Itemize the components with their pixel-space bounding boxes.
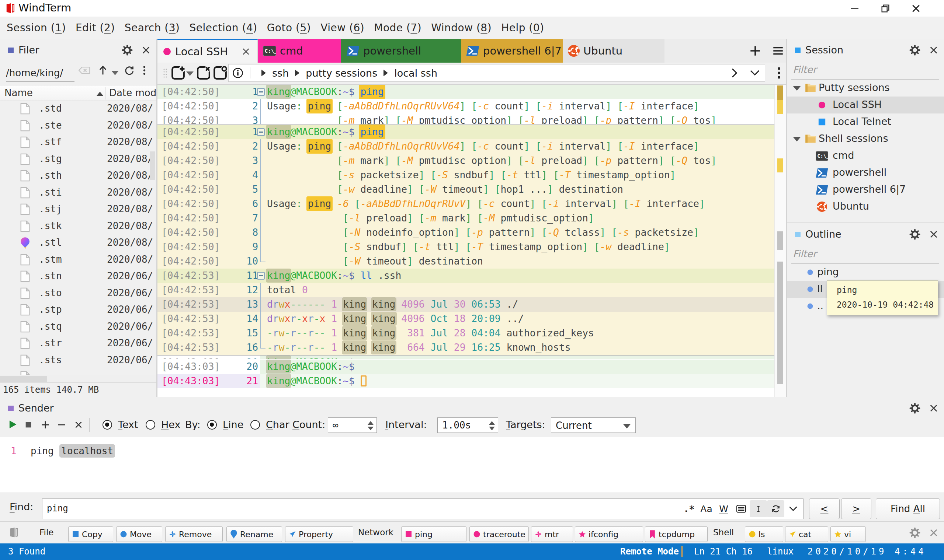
- file-row-.sth[interactable]: .sth2020/08/: [0, 168, 156, 185]
- file-row-.stk[interactable]: .stk2020/08/: [0, 218, 156, 235]
- new-session-dropdown-icon[interactable]: [186, 70, 194, 77]
- sender-settings-icon[interactable]: [909, 403, 921, 414]
- filer-path-input[interactable]: /home/king/: [6, 66, 74, 82]
- outline-settings-icon[interactable]: [909, 229, 921, 240]
- menu-session[interactable]: Session (1): [0, 22, 71, 34]
- sender-stop-button[interactable]: [24, 421, 32, 429]
- radio-text-circle[interactable]: [102, 420, 112, 429]
- terminal-pane-separator[interactable]: [157, 124, 774, 125]
- outline-filter-input[interactable]: Filter: [793, 248, 816, 259]
- close-session-button[interactable]: [197, 66, 211, 80]
- session-item-local-ssh[interactable]: Local SSH: [787, 97, 944, 114]
- tab-close-icon[interactable]: [241, 47, 251, 56]
- quickbar-button-remove[interactable]: Remove: [165, 526, 223, 542]
- detach-session-button[interactable]: [213, 66, 227, 80]
- file-row-.stg[interactable]: .stg2020/08/: [0, 151, 156, 168]
- find-option-preserve-case-icon[interactable]: [750, 500, 767, 517]
- path-menu-icon[interactable]: [143, 65, 146, 75]
- quickbar-close-icon[interactable]: [929, 528, 939, 538]
- tab-powershell[interactable]: powershell: [341, 39, 461, 63]
- file-row-.stf[interactable]: .stf2020/08/: [0, 134, 156, 151]
- terminal-overview-ruler[interactable]: [774, 85, 786, 397]
- menu-window[interactable]: Window (8): [426, 22, 496, 34]
- find-option-whole-word-icon[interactable]: W: [715, 500, 732, 517]
- path-up-dropdown-icon[interactable]: [111, 71, 119, 75]
- quickbar-button-ping[interactable]: ping: [401, 526, 466, 542]
- spin-up-icon[interactable]: [489, 421, 495, 425]
- session-item-cmd[interactable]: C:\_cmd: [787, 148, 944, 164]
- fold-marker-icon[interactable]: [257, 88, 265, 96]
- quickbar-button-copy[interactable]: Copy: [68, 526, 113, 542]
- radio-char-circle[interactable]: [250, 420, 260, 429]
- menu-help[interactable]: Help (0): [496, 22, 549, 34]
- tab-cmd[interactable]: C:\_cmd: [258, 39, 341, 63]
- file-row-.sti[interactable]: .sti2020/08/: [0, 185, 156, 202]
- quickbar-button-traceroute[interactable]: traceroute: [469, 526, 529, 542]
- sender-count-spinner[interactable]: ∞: [328, 417, 377, 433]
- spinner-arrows-icon[interactable]: [368, 418, 373, 433]
- mode-label-hex[interactable]: Hex: [161, 419, 180, 430]
- find-option-cyclic-icon[interactable]: [767, 500, 784, 517]
- quickbar-button-ls[interactable]: ls: [745, 526, 783, 542]
- tab-list-icon[interactable]: [772, 45, 784, 57]
- by-label-line[interactable]: Line: [223, 419, 244, 430]
- session-item-powershell[interactable]: powershell: [787, 164, 944, 181]
- info-icon[interactable]: [232, 68, 244, 78]
- new-tab-icon[interactable]: [749, 45, 762, 57]
- session-settings-icon[interactable]: [909, 45, 921, 55]
- filer-settings-icon[interactable]: [122, 45, 133, 55]
- menu-edit[interactable]: Edit (2): [71, 22, 120, 34]
- file-row-.stn[interactable]: .stn2020/06/: [0, 269, 156, 286]
- path-clear-icon[interactable]: [78, 66, 91, 74]
- find-next-button[interactable]: >: [841, 498, 872, 519]
- close-button[interactable]: [904, 0, 928, 17]
- menu-goto[interactable]: Goto (5): [262, 22, 316, 34]
- radio-line-circle[interactable]: [207, 420, 217, 429]
- terminal-view[interactable]: [04:42:50]1king@MACBOOK:~$ ping[04:42:50…: [157, 85, 786, 397]
- find-all-button[interactable]: Find All: [876, 498, 940, 519]
- session-item-putty-sessions[interactable]: Putty sessions: [787, 80, 944, 97]
- find-option-in-selection-icon[interactable]: [732, 500, 750, 517]
- filer-close-icon[interactable]: [141, 45, 151, 55]
- find-option-regex-icon[interactable]: .*: [680, 500, 698, 517]
- quickbar-button-move[interactable]: Move: [116, 526, 162, 542]
- file-row-.sts[interactable]: .sts2020/06/: [0, 352, 156, 369]
- quickbar-button-tcpdump[interactable]: tcpdump: [645, 526, 708, 542]
- tree-expand-icon[interactable]: [793, 86, 801, 91]
- filer-column-name[interactable]: Name: [5, 87, 33, 98]
- find-option-match-case-icon[interactable]: Aa: [698, 500, 715, 517]
- by-label-char[interactable]: Char: [266, 419, 290, 430]
- menu-view[interactable]: View (6): [316, 22, 369, 34]
- breadcrumb-item-local-ssh[interactable]: local ssh: [394, 68, 437, 79]
- breadcrumb-forward-icon[interactable]: [729, 68, 740, 78]
- session-item-powershell-6-7[interactable]: powershell 6|7: [787, 181, 944, 198]
- file-row-.stl[interactable]: .stl2020/08/: [0, 235, 156, 252]
- session-item-ubuntu[interactable]: Ubuntu: [787, 198, 944, 215]
- sender-content[interactable]: 1 ping localhost: [0, 437, 944, 493]
- quickbar-button-cat[interactable]: cat: [785, 526, 828, 542]
- file-row-.str[interactable]: .str2020/06/: [0, 335, 156, 352]
- spin-down-icon[interactable]: [368, 427, 373, 430]
- menu-selection[interactable]: Selection (4): [185, 22, 262, 34]
- filer-horizontal-scrollbar[interactable]: [0, 375, 156, 382]
- address-bar[interactable]: sshputty sessionslocal ssh: [228, 64, 765, 82]
- spinner-arrows-icon[interactable]: [489, 418, 495, 433]
- mode-label-text[interactable]: Text: [118, 419, 138, 430]
- find-input[interactable]: ping .*AaW: [42, 498, 804, 519]
- sender-interval-spinner[interactable]: 1.00s: [437, 417, 498, 433]
- sender-remove-button[interactable]: [57, 420, 66, 429]
- session-filter-input[interactable]: Filter: [793, 64, 816, 75]
- file-row-.stj[interactable]: .stj2020/08/: [0, 202, 156, 218]
- tab-local-ssh[interactable]: Local SSH: [157, 39, 258, 63]
- session-item-local-telnet[interactable]: Local Telnet: [787, 114, 944, 131]
- toolbar-menu-icon[interactable]: [777, 66, 780, 80]
- quickbar-button-ifconfig[interactable]: ifconfig: [575, 526, 643, 542]
- sender-play-button[interactable]: [8, 419, 18, 429]
- dropdown-arrow-icon[interactable]: [623, 424, 631, 428]
- find-option-more-icon[interactable]: [784, 500, 802, 517]
- radio-hex-circle[interactable]: [146, 420, 155, 429]
- sender-add-button[interactable]: [40, 420, 50, 429]
- breadcrumb-item-ssh[interactable]: ssh: [272, 68, 289, 79]
- filer-vertical-scrollbar[interactable]: [150, 151, 155, 180]
- outline-item-ping[interactable]: ping: [787, 264, 944, 281]
